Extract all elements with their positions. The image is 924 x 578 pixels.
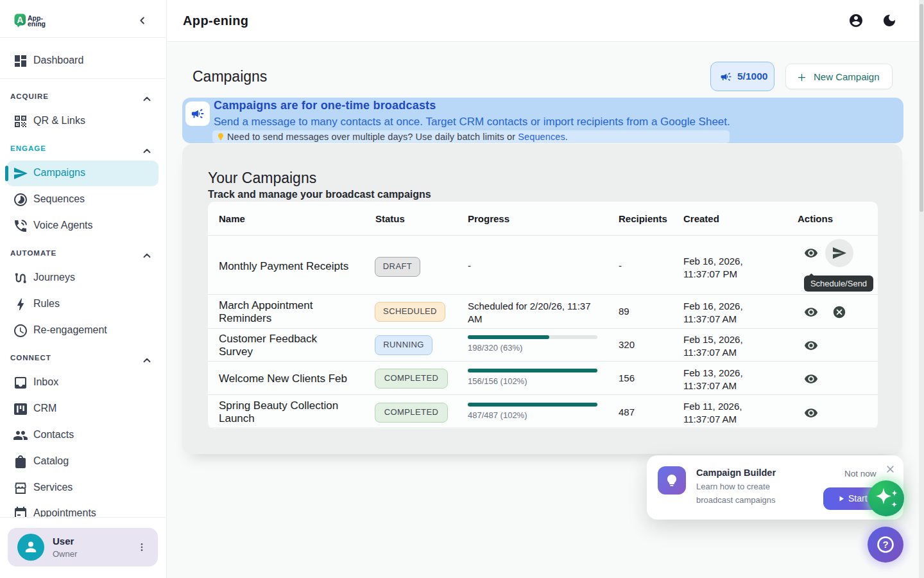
svg-text:?: ? [882,539,888,550]
svg-text:A: A [17,15,23,25]
